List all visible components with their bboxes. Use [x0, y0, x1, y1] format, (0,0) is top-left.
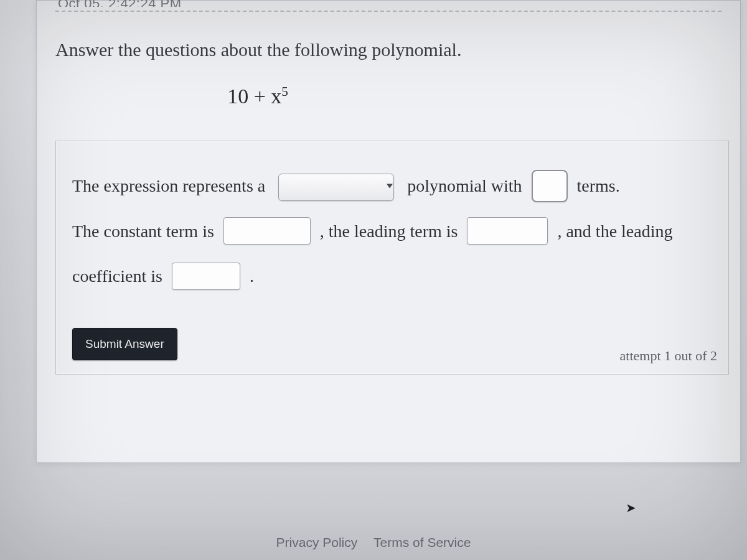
text-fragment: The constant term is: [72, 221, 214, 240]
mouse-cursor-icon: ➤: [626, 500, 636, 515]
text-fragment: The expression represents a: [72, 176, 265, 195]
text-fragment: coefficient is: [72, 266, 162, 286]
page-card: Oct 05, 2:42:24 PM Answer the questions …: [36, 0, 741, 463]
polynomial-base: 10 + x: [227, 85, 281, 108]
fill-in-sentence: The expression represents a polynomial w…: [72, 162, 712, 298]
answer-card: The expression represents a polynomial w…: [55, 141, 729, 375]
poly-type-select[interactable]: [278, 174, 394, 201]
text-fragment: .: [250, 266, 254, 286]
timestamp: Oct 05, 2:42:24 PM: [37, 0, 740, 7]
submit-answer-button[interactable]: Submit Answer: [72, 328, 177, 360]
privacy-policy-link[interactable]: Privacy Policy: [276, 535, 358, 549]
footer-links: Privacy Policy Terms of Service: [0, 535, 747, 550]
num-terms-input[interactable]: [532, 170, 568, 202]
terms-of-service-link[interactable]: Terms of Service: [374, 535, 471, 549]
leading-term-input[interactable]: [467, 217, 548, 245]
constant-term-input[interactable]: [223, 217, 311, 245]
text-fragment: terms.: [577, 176, 620, 195]
text-fragment: , the leading term is: [320, 221, 458, 240]
leading-coef-input[interactable]: [172, 263, 240, 290]
submit-row: Submit Answer: [72, 328, 712, 360]
polynomial-expression: 10 + x5: [37, 78, 740, 141]
attempt-counter: attempt 1 out of 2: [620, 348, 717, 364]
text-fragment: polynomial with: [407, 176, 522, 195]
polynomial-exponent: 5: [281, 84, 288, 99]
screen: Oct 05, 2:42:24 PM Answer the questions …: [0, 0, 747, 560]
question-prompt: Answer the questions about the following…: [37, 12, 740, 78]
text-fragment: , and the leading: [557, 221, 672, 240]
poly-type-select-wrap: [273, 164, 399, 208]
